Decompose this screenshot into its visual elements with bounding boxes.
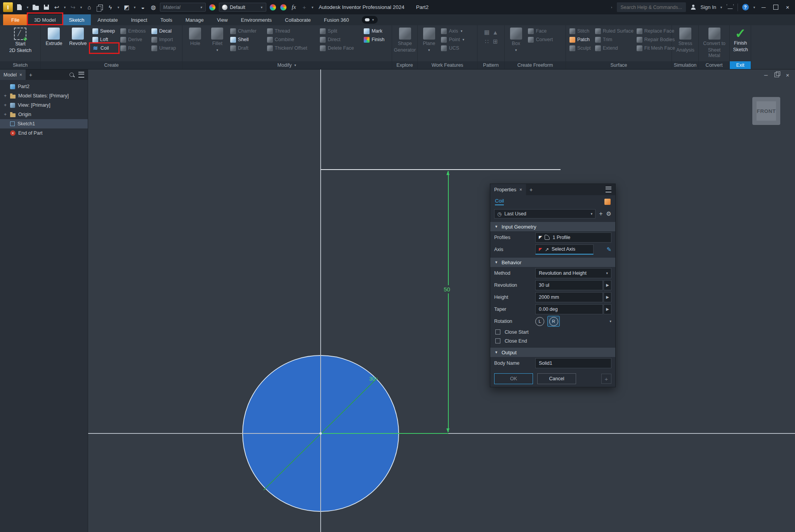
height-dimension-line[interactable] — [448, 171, 449, 432]
start-2d-sketch-button[interactable]: Start 2D Sketch — [9, 27, 33, 54]
sweep-button[interactable]: Sweep — [91, 27, 118, 35]
profiles-selector[interactable]: ◤ 1 Profile — [535, 232, 611, 243]
sign-in-button[interactable]: Sign In — [701, 4, 716, 10]
ribbon-display-options[interactable]: ▾ — [362, 16, 378, 24]
new-file-icon[interactable] — [16, 3, 23, 12]
tree-item-view[interactable]: + View: [Primary] — [0, 101, 88, 110]
chevron-down-icon[interactable]: ▾ — [133, 5, 136, 9]
patch-button[interactable]: Patch — [568, 35, 592, 44]
tree-item-sketch1[interactable]: + Sketch1 — [0, 119, 88, 128]
top-reference-line[interactable] — [321, 169, 561, 170]
cancel-button[interactable]: Cancel — [537, 373, 576, 384]
color-wheel-icon[interactable] — [208, 3, 216, 12]
method-dropdown[interactable]: Revolution and Height ▾ — [535, 268, 611, 278]
new-window-icon[interactable] — [96, 3, 104, 12]
expand-icon[interactable]: + — [3, 93, 7, 99]
tree-item-model-states[interactable]: + Model States: [Primary] — [0, 91, 88, 101]
edit-axis-icon[interactable]: ✎ — [606, 246, 611, 253]
add-command-icon[interactable]: + — [300, 3, 308, 12]
shell-button[interactable]: Shell — [229, 35, 264, 44]
minimize-button[interactable]: ─ — [759, 3, 768, 12]
advanced-add-button[interactable]: + — [601, 374, 611, 384]
doc-close-icon[interactable]: × — [784, 71, 791, 78]
mark-button[interactable]: Mark — [362, 27, 390, 35]
customize-toolbar-icon[interactable]: ▾ — [311, 5, 314, 9]
tree-item-end-of-part[interactable]: + × End of Part — [0, 128, 88, 138]
finish-sketch-button[interactable]: ✓ Finish Sketch — [732, 27, 748, 53]
add-browser-tab-button[interactable]: + — [26, 69, 36, 80]
chevron-down-icon[interactable]: ▾ — [720, 5, 723, 9]
doc-restore-icon[interactable] — [773, 71, 780, 78]
circle-center-point[interactable] — [319, 432, 322, 435]
preset-dropdown[interactable]: ◷ Last Used ▾ — [494, 209, 595, 218]
appearance-dropdown[interactable]: Default ▾ — [219, 3, 266, 12]
tab-manage[interactable]: Manage — [179, 14, 210, 25]
extrude-button[interactable]: Extrude — [43, 27, 65, 47]
tab-collaborate[interactable]: Collaborate — [278, 14, 318, 25]
properties-menu-icon[interactable] — [606, 187, 611, 192]
adjust-appearance-icon[interactable] — [269, 3, 277, 12]
browser-tab-model[interactable]: Model × — [0, 69, 26, 80]
undo-icon[interactable]: ↩ — [53, 3, 61, 12]
solid-body-icon[interactable] — [604, 199, 611, 205]
inventor-logo-icon[interactable]: I — [3, 2, 13, 12]
maximize-button[interactable] — [771, 3, 780, 12]
add-preset-button[interactable]: + — [599, 210, 602, 217]
coil-button[interactable]: ≋ Coil — [91, 44, 118, 52]
chevron-right-icon[interactable]: › — [610, 5, 613, 9]
clear-appearance-icon[interactable] — [279, 3, 287, 12]
section-behavior[interactable]: ▼ Behavior — [490, 258, 615, 267]
panel-label-modify[interactable]: Modify ▾ — [182, 61, 392, 69]
close-button[interactable]: × — [783, 3, 792, 12]
doc-minimize-icon[interactable]: ─ — [762, 71, 769, 78]
tree-item-part[interactable]: + Part2 — [0, 82, 88, 91]
tab-fusion-360[interactable]: Fusion 360 — [318, 14, 356, 25]
revolve-button[interactable]: Revolve — [66, 27, 90, 47]
search-icon[interactable] — [69, 73, 74, 77]
help-search-box[interactable] — [617, 2, 686, 12]
chevron-down-icon[interactable]: ▾ — [609, 319, 611, 323]
taper-input[interactable]: 0.00 deg — [535, 304, 603, 314]
save-icon[interactable] — [42, 3, 50, 12]
taper-flyout-icon[interactable]: ▶ — [604, 304, 611, 314]
expand-icon[interactable]: + — [3, 112, 7, 117]
add-properties-tab-button[interactable]: + — [526, 184, 536, 195]
tab-inspect[interactable]: Inspect — [124, 14, 154, 25]
section-output[interactable]: ▼ Output — [490, 348, 615, 357]
search-input[interactable] — [620, 4, 683, 10]
browser-menu-icon[interactable] — [78, 72, 84, 78]
chevron-down-icon[interactable]: ▾ — [63, 5, 66, 9]
measure-icon[interactable]: ◩ — [123, 3, 130, 12]
tab-environments[interactable]: Environments — [234, 14, 278, 25]
tab-sketch[interactable]: Sketch — [62, 14, 91, 25]
finish-button[interactable]: Finish — [362, 35, 390, 44]
chevron-down-icon[interactable]: ▾ — [753, 5, 756, 9]
height-flyout-icon[interactable]: ▶ — [604, 292, 611, 302]
iproperties-icon[interactable]: ϟ — [106, 3, 114, 12]
decal-button[interactable]: Decal — [150, 27, 181, 35]
appearance-wheel-icon[interactable]: ◍ — [149, 3, 157, 12]
chevron-down-icon[interactable]: ▾ — [80, 5, 83, 9]
rotation-left-button[interactable]: L — [535, 317, 544, 326]
rotation-right-button-selected[interactable]: R — [547, 316, 560, 327]
revolution-flyout-icon[interactable]: ▶ — [604, 280, 611, 290]
close-end-checkbox[interactable] — [495, 338, 500, 343]
close-icon[interactable]: × — [19, 72, 22, 78]
close-icon[interactable]: × — [519, 187, 522, 192]
home-icon[interactable]: ⌂ — [85, 3, 93, 12]
component-update-icon[interactable]: ◒ — [139, 3, 147, 12]
revolution-input[interactable]: 30 ul — [535, 280, 603, 290]
ok-button[interactable]: OK — [494, 373, 533, 384]
chevron-down-icon[interactable]: ▾ — [26, 5, 29, 9]
tab-view[interactable]: View — [210, 14, 234, 25]
open-file-icon[interactable] — [32, 3, 40, 12]
help-icon[interactable]: ? — [741, 3, 749, 12]
tab-annotate[interactable]: Annotate — [91, 14, 124, 25]
store-cart-icon[interactable] — [726, 3, 734, 12]
section-input-geometry[interactable]: ▼ Input Geometry — [490, 222, 615, 231]
diameter-dimension-label[interactable]: 30 — [367, 375, 377, 383]
tab-tools[interactable]: Tools — [154, 14, 179, 25]
tab-3d-model[interactable]: 3D Model — [28, 14, 62, 25]
view-cube-front-face[interactable]: FRONT — [757, 101, 776, 121]
chevron-down-icon[interactable]: ▾ — [117, 5, 120, 9]
